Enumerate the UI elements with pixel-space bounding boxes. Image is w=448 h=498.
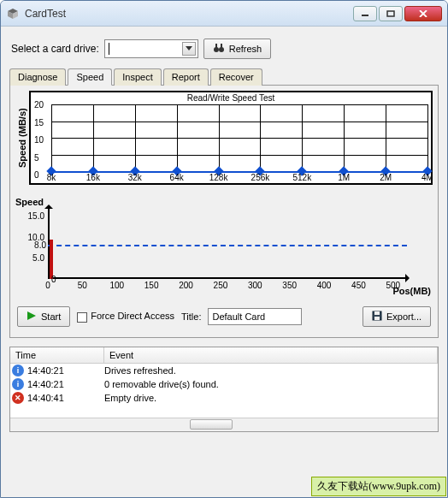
tab-speed[interactable]: Speed bbox=[68, 68, 112, 86]
tab-report[interactable]: Report bbox=[163, 68, 209, 86]
window-title: CardTest bbox=[25, 8, 353, 20]
position-speed-chart: Pos(MB) 5.010.015.0050100150200250300350… bbox=[48, 207, 407, 279]
svg-rect-5 bbox=[221, 44, 222, 48]
info-icon: i bbox=[12, 378, 24, 390]
chart1-ylabel: Speed (MB/s) bbox=[15, 91, 29, 185]
tab-inspect[interactable]: Inspect bbox=[114, 68, 161, 86]
svg-rect-1 bbox=[387, 11, 394, 16]
svg-rect-7 bbox=[374, 311, 380, 315]
svg-rect-0 bbox=[362, 15, 368, 16]
maximize-button[interactable] bbox=[379, 6, 403, 21]
arrow-right-icon bbox=[405, 274, 414, 282]
error-icon: ✕ bbox=[12, 392, 24, 404]
log-row[interactable]: i14:40:21Drives refreshed. bbox=[10, 364, 438, 377]
app-icon bbox=[6, 7, 20, 21]
tabs: Diagnose Speed Inspect Report Recover bbox=[9, 68, 439, 86]
export-button[interactable]: Export... bbox=[363, 306, 431, 327]
drive-select-label: Select a card drive: bbox=[11, 43, 99, 55]
tab-recover[interactable]: Recover bbox=[210, 68, 262, 86]
log-col-time[interactable]: Time bbox=[10, 347, 104, 363]
svg-rect-8 bbox=[374, 317, 380, 320]
info-icon: i bbox=[12, 365, 24, 376]
svg-rect-4 bbox=[215, 44, 217, 48]
app-window: CardTest Select a card drive: Refresh bbox=[0, 0, 448, 498]
text-cursor-icon bbox=[109, 43, 109, 55]
play-icon bbox=[27, 311, 37, 323]
title-input[interactable]: Default Card bbox=[208, 308, 302, 325]
chart2-ylabel: Speed bbox=[15, 197, 44, 207]
refresh-button[interactable]: Refresh bbox=[203, 39, 272, 59]
save-icon bbox=[372, 311, 382, 323]
arrow-up-icon bbox=[44, 200, 53, 209]
drive-combo[interactable] bbox=[104, 39, 198, 58]
log-scrollbar[interactable] bbox=[10, 418, 438, 431]
event-log: Time Event i14:40:21Drives refreshed.i14… bbox=[9, 347, 439, 432]
binoculars-icon bbox=[213, 43, 225, 55]
scrollbar-thumb[interactable] bbox=[190, 419, 233, 430]
start-button[interactable]: Start bbox=[17, 306, 70, 327]
log-row[interactable]: i14:40:210 removable drive(s) found. bbox=[10, 377, 438, 391]
speed-test-chart: Read/Write Speed Test Pos(MB) 051015208k… bbox=[29, 91, 433, 185]
log-row[interactable]: ✕14:40:41Empty drive. bbox=[10, 391, 438, 405]
titlebar[interactable]: CardTest bbox=[1, 1, 447, 27]
speed-panel: Speed (MB/s) Read/Write Speed Test Pos(M… bbox=[9, 86, 439, 338]
close-button[interactable] bbox=[404, 6, 442, 21]
chart1-title: Read/Write Speed Test bbox=[31, 93, 431, 103]
watermark: 久友下载站(www.9upk.com) bbox=[311, 477, 446, 496]
log-col-event[interactable]: Event bbox=[104, 347, 438, 363]
tab-diagnose[interactable]: Diagnose bbox=[9, 68, 66, 86]
title-label: Title: bbox=[181, 311, 201, 322]
minimize-button[interactable] bbox=[353, 6, 377, 21]
force-direct-access-checkbox[interactable]: Force Direct Access bbox=[77, 311, 174, 322]
chevron-down-icon[interactable] bbox=[182, 42, 196, 56]
